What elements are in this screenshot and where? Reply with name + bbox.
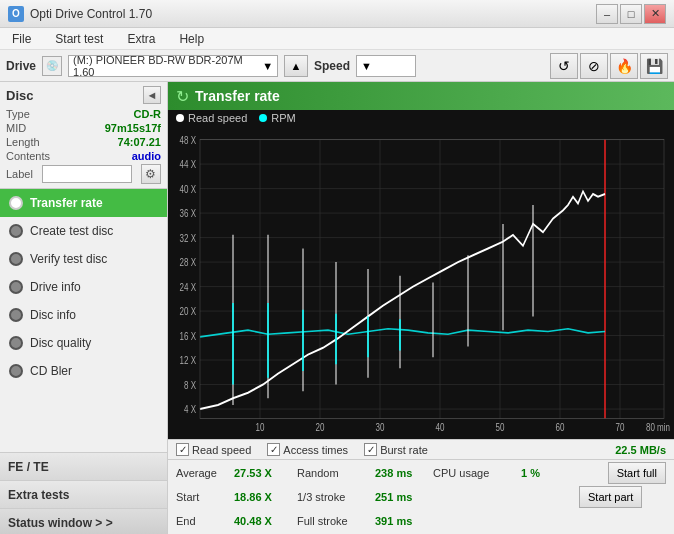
- end-label: End: [176, 515, 226, 527]
- minimize-button[interactable]: –: [596, 4, 618, 24]
- disc-length-val: 74:07.21: [118, 136, 161, 148]
- disc-mid-key: MID: [6, 122, 26, 134]
- svg-text:30: 30: [376, 421, 385, 434]
- read-speed-check-label: Read speed: [192, 444, 251, 456]
- burst-rate-checkbox[interactable]: ✓: [364, 443, 377, 456]
- start-val: 18.86 X: [234, 491, 289, 503]
- nav-disc-quality-label: Disc quality: [30, 336, 91, 350]
- disc-info-icon: [8, 307, 24, 323]
- menu-extra[interactable]: Extra: [119, 30, 163, 48]
- svg-text:32 X: 32 X: [180, 231, 197, 244]
- refresh-button[interactable]: ↺: [550, 53, 578, 79]
- chart-title: Transfer rate: [195, 88, 280, 104]
- nav-transfer-rate-label: Transfer rate: [30, 196, 103, 210]
- save-button[interactable]: 💾: [640, 53, 668, 79]
- status-window-section[interactable]: Status window > >: [0, 508, 167, 534]
- svg-text:40: 40: [436, 421, 445, 434]
- svg-text:24 X: 24 X: [180, 280, 197, 293]
- status-window-label: Status window > >: [8, 516, 113, 530]
- access-times-check[interactable]: ✓ Access times: [267, 443, 348, 456]
- stats-row-3: End 40.48 X Full stroke 391 ms: [176, 510, 666, 532]
- legend-rpm-dot: [259, 114, 267, 122]
- disc-length-row: Length 74:07.21: [6, 136, 161, 148]
- disc-label-key: Label: [6, 168, 33, 180]
- svg-text:48 X: 48 X: [180, 133, 197, 146]
- nav-drive-info-label: Drive info: [30, 280, 81, 294]
- svg-text:12 X: 12 X: [180, 354, 197, 367]
- label-input[interactable]: [42, 165, 132, 183]
- svg-text:70: 70: [616, 421, 625, 434]
- menu-help[interactable]: Help: [171, 30, 212, 48]
- nav-drive-info[interactable]: Drive info: [0, 273, 167, 301]
- disc-mid-row: MID 97m15s17f: [6, 122, 161, 134]
- burst-rate-check[interactable]: ✓ Burst rate: [364, 443, 428, 456]
- average-val: 27.53 X: [234, 467, 289, 479]
- chart-svg: 48 X 44 X 40 X 36 X 32 X 28 X 24 X 20 X …: [168, 126, 674, 439]
- app-icon: O: [8, 6, 24, 22]
- access-times-checkbox[interactable]: ✓: [267, 443, 280, 456]
- legend-read-speed-label: Read speed: [188, 112, 247, 124]
- read-speed-check[interactable]: ✓ Read speed: [176, 443, 251, 456]
- end-val: 40.48 X: [234, 515, 289, 527]
- start-part-button[interactable]: Start part: [579, 486, 642, 508]
- legend-rpm: RPM: [259, 112, 295, 124]
- full-stroke-label: Full stroke: [297, 515, 367, 527]
- erase-button[interactable]: ⊘: [580, 53, 608, 79]
- nav-verify-test-disc[interactable]: Verify test disc: [0, 245, 167, 273]
- stats-row-1: Average 27.53 X Random 238 ms CPU usage …: [176, 462, 666, 484]
- svg-text:16 X: 16 X: [180, 329, 197, 342]
- read-speed-checkbox[interactable]: ✓: [176, 443, 189, 456]
- stroke13-val: 251 ms: [375, 491, 425, 503]
- fe-te-section[interactable]: FE / TE: [0, 452, 167, 480]
- maximize-button[interactable]: □: [620, 4, 642, 24]
- nav-disc-info-label: Disc info: [30, 308, 76, 322]
- nav-items: Transfer rate Create test disc Verify te…: [0, 189, 167, 452]
- svg-text:20: 20: [316, 421, 325, 434]
- nav-transfer-rate[interactable]: Transfer rate: [0, 189, 167, 217]
- nav-disc-quality[interactable]: Disc quality: [0, 329, 167, 357]
- svg-text:80 min: 80 min: [646, 421, 670, 434]
- burst-rate-check-label: Burst rate: [380, 444, 428, 456]
- stats-section: Average 27.53 X Random 238 ms CPU usage …: [168, 459, 674, 534]
- burn-button[interactable]: 🔥: [610, 53, 638, 79]
- stroke13-label: 1/3 stroke: [297, 491, 367, 503]
- legend-rpm-label: RPM: [271, 112, 295, 124]
- svg-text:60: 60: [556, 421, 565, 434]
- disc-type-val: CD-R: [134, 108, 162, 120]
- label-settings-button[interactable]: ⚙: [141, 164, 161, 184]
- drive-dropdown[interactable]: (M:) PIONEER BD-RW BDR-207M 1.60 ▼: [68, 55, 278, 77]
- nav-create-test-disc[interactable]: Create test disc: [0, 217, 167, 245]
- eject-button[interactable]: ▲: [284, 55, 308, 77]
- disc-section: Disc ◄ Type CD-R MID 97m15s17f Length 74…: [0, 82, 167, 189]
- extra-tests-label: Extra tests: [8, 488, 69, 502]
- chart-icon: ↻: [176, 87, 189, 106]
- extra-tests-section[interactable]: Extra tests: [0, 480, 167, 508]
- svg-text:10: 10: [256, 421, 265, 434]
- menu-starttest[interactable]: Start test: [47, 30, 111, 48]
- svg-text:4 X: 4 X: [184, 403, 197, 416]
- disc-header: Disc ◄: [6, 86, 161, 104]
- full-stroke-val: 391 ms: [375, 515, 425, 527]
- average-label: Average: [176, 467, 226, 479]
- nav-cd-bler[interactable]: CD Bler: [0, 357, 167, 385]
- menu-file[interactable]: File: [4, 30, 39, 48]
- chart-legend: Read speed RPM: [168, 110, 674, 126]
- disc-contents-key: Contents: [6, 150, 50, 162]
- cpu-usage-label: CPU usage: [433, 467, 513, 479]
- chart-controls: ✓ Read speed ✓ Access times ✓ Burst rate…: [168, 439, 674, 459]
- start-full-button[interactable]: Start full: [608, 462, 666, 484]
- nav-disc-info[interactable]: Disc info: [0, 301, 167, 329]
- drive-info-icon: [8, 279, 24, 295]
- speed-dropdown[interactable]: ▼: [356, 55, 416, 77]
- main-layout: Disc ◄ Type CD-R MID 97m15s17f Length 74…: [0, 82, 674, 534]
- burst-rate-value: 22.5 MB/s: [615, 444, 666, 456]
- chart-header: ↻ Transfer rate: [168, 82, 674, 110]
- drive-text: (M:) PIONEER BD-RW BDR-207M 1.60: [73, 54, 262, 78]
- access-times-check-label: Access times: [283, 444, 348, 456]
- disc-expand-button[interactable]: ◄: [143, 86, 161, 104]
- close-button[interactable]: ✕: [644, 4, 666, 24]
- app-title: Opti Drive Control 1.70: [30, 7, 152, 21]
- disc-label-row: Label ⚙: [6, 164, 161, 184]
- svg-text:36 X: 36 X: [180, 207, 197, 220]
- svg-text:28 X: 28 X: [180, 256, 197, 269]
